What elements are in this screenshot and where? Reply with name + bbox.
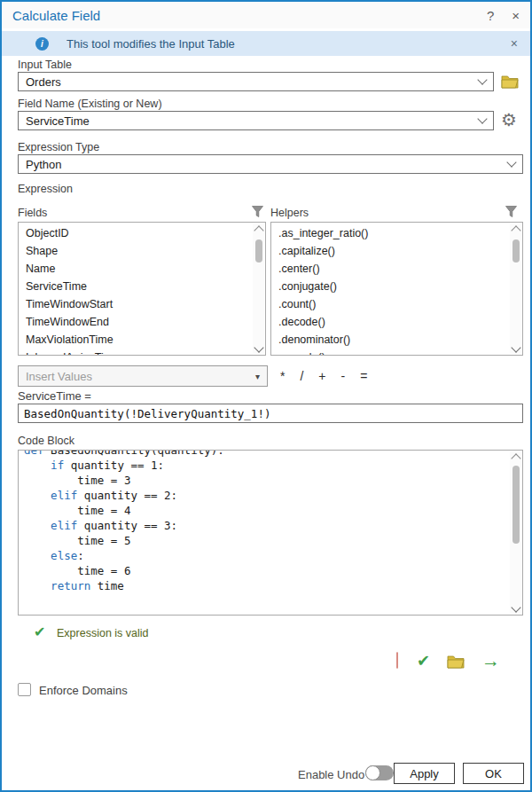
field-name-combobox[interactable]: ServiceTime xyxy=(18,111,494,130)
list-item[interactable]: MaxViolationTime xyxy=(19,331,252,349)
enforce-domains-label: Enforce Domains xyxy=(39,684,128,697)
list-item[interactable]: .encode() xyxy=(271,349,509,355)
helpers-scrollbar[interactable] xyxy=(510,223,521,354)
code-line: if quantity == 1: xyxy=(24,458,508,473)
ok-button[interactable]: OK xyxy=(463,763,524,784)
code-block-editor[interactable]: def BasedOnQuantity(quantity): if quanti… xyxy=(18,450,523,616)
list-item[interactable]: .as_integer_ratio() xyxy=(271,224,509,242)
input-table-combobox[interactable]: Orders xyxy=(18,72,494,91)
code-content: def BasedOnQuantity(quantity): if quanti… xyxy=(24,450,508,615)
export-expression-icon[interactable]: → xyxy=(481,652,500,670)
expression-input[interactable] xyxy=(18,404,523,423)
input-table-value: Orders xyxy=(26,75,61,89)
helpers-listbox[interactable]: .as_integer_ratio().capitalize().center(… xyxy=(270,222,523,356)
field-name-label: Field Name (Existing or New) xyxy=(18,98,162,110)
scroll-down-icon[interactable] xyxy=(254,342,263,352)
eraser-icon xyxy=(396,652,398,669)
enforce-domains-checkbox[interactable] xyxy=(18,683,31,696)
list-item[interactable]: .decode() xyxy=(271,313,509,331)
fields-listbox[interactable]: ObjectIDShapeNameServiceTimeTimeWindowSt… xyxy=(18,222,266,356)
code-line: def BasedOnQuantity(quantity): xyxy=(24,450,508,458)
list-item[interactable]: InboundArriveTime xyxy=(19,349,252,355)
valid-check-icon: ✔ xyxy=(34,623,45,640)
field-name-value: ServiceTime xyxy=(26,114,90,128)
title-bar: Calculate Field ? × xyxy=(2,2,530,28)
verify-expression-icon[interactable]: ✔ xyxy=(417,651,430,670)
scroll-down-icon[interactable] xyxy=(511,602,520,612)
enable-undo-toggle[interactable] xyxy=(365,765,394,780)
help-icon[interactable]: ? xyxy=(487,8,494,23)
code-scrollbar[interactable] xyxy=(510,451,521,614)
list-item[interactable]: .capitalize() xyxy=(271,242,509,260)
chevron-down-icon xyxy=(477,74,487,84)
apply-button[interactable]: Apply xyxy=(394,763,455,784)
dropdown-arrow-icon: ▾ xyxy=(255,372,260,381)
code-line: else: xyxy=(24,548,508,563)
code-line: elif quantity == 2: xyxy=(24,488,508,503)
expression-type-value: Python xyxy=(26,158,61,171)
fields-filter-icon[interactable] xyxy=(251,205,264,218)
scrollbar-thumb[interactable] xyxy=(512,239,520,263)
list-item[interactable]: .center() xyxy=(271,260,509,278)
import-expression-folder-icon[interactable] xyxy=(447,654,465,669)
expression-section-label: Expression xyxy=(18,183,73,195)
expression-type-label: Expression Type xyxy=(18,141,99,153)
fields-scrollbar[interactable] xyxy=(253,223,264,354)
banner-message: This tool modifies the Input Table xyxy=(66,37,235,51)
input-table-label: Input Table xyxy=(18,59,72,71)
list-item[interactable]: = xyxy=(360,369,367,383)
list-item[interactable]: / xyxy=(300,369,303,383)
list-item[interactable]: .denominator() xyxy=(271,331,509,349)
code-line: time = 5 xyxy=(24,533,508,548)
chevron-down-icon xyxy=(506,157,516,167)
scroll-up-icon[interactable] xyxy=(511,453,520,463)
scroll-up-icon[interactable] xyxy=(254,225,263,235)
clear-expression-icon[interactable] xyxy=(395,649,400,672)
list-item[interactable]: TimeWindowStart xyxy=(19,295,252,313)
gear-icon[interactable]: ⚙ xyxy=(501,111,517,129)
expression-toolbar: ✔ → xyxy=(395,650,500,671)
insert-values-dropdown[interactable]: Insert Values ▾ xyxy=(18,365,268,387)
scroll-down-icon[interactable] xyxy=(511,342,520,352)
code-block-label: Code Block xyxy=(18,435,74,447)
scrollbar-thumb[interactable] xyxy=(255,239,262,263)
close-icon[interactable]: × xyxy=(512,8,520,23)
dialog-title: Calculate Field xyxy=(12,8,100,23)
list-item[interactable]: ObjectID xyxy=(19,224,252,242)
helpers-panel-label: Helpers xyxy=(270,207,309,219)
toggle-knob xyxy=(365,765,380,780)
list-item[interactable]: .count() xyxy=(271,295,509,313)
info-icon: i xyxy=(35,37,49,51)
list-item[interactable]: ServiceTime xyxy=(19,278,252,295)
fields-list: ObjectIDShapeNameServiceTimeTimeWindowSt… xyxy=(19,224,252,355)
info-banner: i This tool modifies the Input Table × xyxy=(2,31,530,56)
list-item[interactable]: .conjugate() xyxy=(271,278,509,295)
validation-message: Expression is valid xyxy=(57,627,149,639)
list-item[interactable]: + xyxy=(318,369,325,383)
code-line: time = 3 xyxy=(24,473,508,488)
code-line: elif quantity == 3: xyxy=(24,518,508,533)
code-line: time = 6 xyxy=(24,563,508,578)
code-line: time = 4 xyxy=(24,503,508,518)
chevron-down-icon xyxy=(477,114,487,123)
banner-close-icon[interactable]: × xyxy=(511,36,518,51)
scroll-up-icon[interactable] xyxy=(511,225,520,235)
calculate-field-dialog: Calculate Field ? × i This tool modifies… xyxy=(0,0,532,792)
list-item[interactable]: Shape xyxy=(19,242,252,260)
helpers-list: .as_integer_ratio().capitalize().center(… xyxy=(271,224,509,355)
list-item[interactable]: TimeWindowEnd xyxy=(19,313,252,331)
enable-undo-label: Enable Undo xyxy=(298,768,364,781)
insert-values-label: Insert Values xyxy=(26,370,92,383)
expression-target-label: ServiceTime = xyxy=(18,389,91,403)
browse-folder-icon[interactable] xyxy=(501,74,519,89)
operator-buttons: */+-= xyxy=(280,365,367,387)
expression-type-combobox[interactable]: Python xyxy=(18,154,523,174)
helpers-filter-icon[interactable] xyxy=(505,205,518,218)
list-item[interactable]: * xyxy=(280,369,285,383)
code-line: return time xyxy=(24,578,508,593)
list-item[interactable]: - xyxy=(341,369,346,383)
scrollbar-thumb[interactable] xyxy=(512,466,520,544)
fields-panel-label: Fields xyxy=(18,207,47,219)
list-item[interactable]: Name xyxy=(19,260,252,278)
